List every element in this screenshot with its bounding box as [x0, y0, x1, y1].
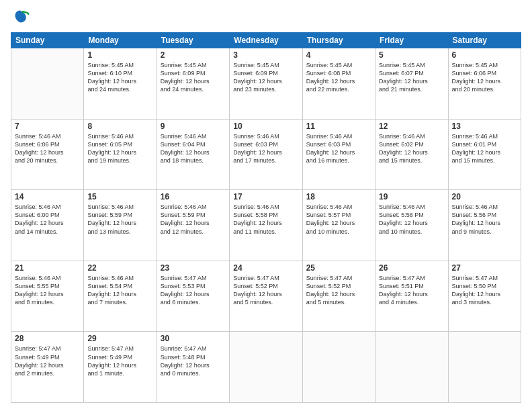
day-number: 2: [161, 50, 226, 60]
calendar-cell: 25Sunrise: 5:47 AM Sunset: 5:52 PM Dayli…: [302, 261, 375, 332]
cell-content: Sunrise: 5:45 AM Sunset: 6:07 PM Dayligh…: [379, 61, 444, 94]
day-number: 14: [15, 192, 80, 201]
calendar-header-monday: Monday: [84, 33, 157, 48]
calendar-cell: 10Sunrise: 5:46 AM Sunset: 6:03 PM Dayli…: [230, 119, 302, 190]
calendar-cell: 19Sunrise: 5:46 AM Sunset: 5:56 PM Dayli…: [375, 190, 448, 261]
calendar-week-2: 7Sunrise: 5:46 AM Sunset: 6:06 PM Daylig…: [11, 119, 521, 190]
calendar-header-sunday: Sunday: [11, 33, 84, 48]
day-number: 18: [306, 192, 371, 201]
calendar-cell: 9Sunrise: 5:46 AM Sunset: 6:04 PM Daylig…: [157, 119, 229, 190]
day-number: 23: [161, 263, 226, 273]
calendar-cell: [375, 332, 448, 403]
calendar-cell: 13Sunrise: 5:46 AM Sunset: 6:01 PM Dayli…: [448, 119, 521, 190]
cell-content: Sunrise: 5:47 AM Sunset: 5:49 PM Dayligh…: [87, 345, 152, 377]
day-number: 13: [452, 122, 517, 131]
cell-content: Sunrise: 5:47 AM Sunset: 5:48 PM Dayligh…: [161, 345, 226, 377]
day-number: 15: [87, 192, 152, 201]
day-number: 25: [306, 263, 371, 273]
day-number: 12: [379, 122, 444, 131]
page: SundayMondayTuesdayWednesdayThursdayFrid…: [0, 0, 532, 411]
calendar-cell: 15Sunrise: 5:46 AM Sunset: 5:59 PM Dayli…: [84, 190, 157, 261]
calendar-header-friday: Friday: [375, 33, 448, 48]
cell-content: Sunrise: 5:46 AM Sunset: 6:06 PM Dayligh…: [15, 132, 80, 165]
cell-content: Sunrise: 5:46 AM Sunset: 6:03 PM Dayligh…: [233, 132, 298, 165]
cell-content: Sunrise: 5:45 AM Sunset: 6:09 PM Dayligh…: [161, 61, 226, 94]
day-number: 16: [161, 192, 226, 201]
day-number: 21: [15, 263, 80, 273]
calendar-cell: [448, 332, 521, 403]
calendar-cell: 4Sunrise: 5:45 AM Sunset: 6:08 PM Daylig…: [302, 48, 375, 120]
cell-content: Sunrise: 5:46 AM Sunset: 5:57 PM Dayligh…: [306, 203, 371, 236]
cell-content: Sunrise: 5:46 AM Sunset: 5:56 PM Dayligh…: [452, 203, 517, 236]
calendar-cell: 16Sunrise: 5:46 AM Sunset: 5:59 PM Dayli…: [157, 190, 229, 261]
cell-content: Sunrise: 5:45 AM Sunset: 6:10 PM Dayligh…: [87, 61, 152, 94]
calendar-header-saturday: Saturday: [448, 33, 521, 48]
day-number: 3: [233, 50, 298, 60]
logo: [11, 8, 31, 27]
calendar-cell: 24Sunrise: 5:47 AM Sunset: 5:52 PM Dayli…: [230, 261, 302, 332]
calendar-header-tuesday: Tuesday: [157, 33, 229, 48]
calendar-cell: 14Sunrise: 5:46 AM Sunset: 6:00 PM Dayli…: [11, 190, 84, 261]
calendar-week-3: 14Sunrise: 5:46 AM Sunset: 6:00 PM Dayli…: [11, 190, 521, 261]
day-number: 29: [87, 334, 152, 343]
day-number: 22: [87, 263, 152, 273]
day-number: 19: [379, 192, 444, 201]
cell-content: Sunrise: 5:47 AM Sunset: 5:52 PM Dayligh…: [233, 274, 298, 307]
calendar-cell: 23Sunrise: 5:47 AM Sunset: 5:53 PM Dayli…: [157, 261, 229, 332]
day-number: 6: [452, 50, 517, 60]
cell-content: Sunrise: 5:46 AM Sunset: 5:58 PM Dayligh…: [233, 203, 298, 236]
calendar-cell: 22Sunrise: 5:46 AM Sunset: 5:54 PM Dayli…: [84, 261, 157, 332]
day-number: 11: [306, 122, 371, 131]
calendar-cell: 30Sunrise: 5:47 AM Sunset: 5:48 PM Dayli…: [157, 332, 229, 403]
day-number: 1: [87, 50, 152, 60]
calendar-header-row: SundayMondayTuesdayWednesdayThursdayFrid…: [11, 33, 521, 48]
cell-content: Sunrise: 5:46 AM Sunset: 6:02 PM Dayligh…: [379, 132, 444, 165]
cell-content: Sunrise: 5:46 AM Sunset: 5:54 PM Dayligh…: [87, 274, 152, 307]
cell-content: Sunrise: 5:46 AM Sunset: 5:55 PM Dayligh…: [15, 274, 80, 307]
day-number: 30: [161, 334, 226, 343]
day-number: 4: [306, 50, 371, 60]
calendar-cell: 8Sunrise: 5:46 AM Sunset: 6:05 PM Daylig…: [84, 119, 157, 190]
calendar-cell: 5Sunrise: 5:45 AM Sunset: 6:07 PM Daylig…: [375, 48, 448, 120]
cell-content: Sunrise: 5:46 AM Sunset: 5:56 PM Dayligh…: [379, 203, 444, 236]
cell-content: Sunrise: 5:46 AM Sunset: 5:59 PM Dayligh…: [87, 203, 152, 236]
calendar-week-1: 1Sunrise: 5:45 AM Sunset: 6:10 PM Daylig…: [11, 48, 521, 120]
calendar-cell: [11, 48, 84, 120]
day-number: 24: [233, 263, 298, 273]
day-number: 7: [15, 122, 80, 131]
calendar-cell: 18Sunrise: 5:46 AM Sunset: 5:57 PM Dayli…: [302, 190, 375, 261]
calendar-week-4: 21Sunrise: 5:46 AM Sunset: 5:55 PM Dayli…: [11, 261, 521, 332]
logo-icon: [11, 8, 30, 27]
day-number: 27: [452, 263, 517, 273]
calendar-cell: [230, 332, 302, 403]
header: [11, 8, 521, 27]
calendar-cell: 28Sunrise: 5:47 AM Sunset: 5:49 PM Dayli…: [11, 332, 84, 403]
cell-content: Sunrise: 5:46 AM Sunset: 6:00 PM Dayligh…: [15, 203, 80, 236]
calendar-header-thursday: Thursday: [302, 33, 375, 48]
cell-content: Sunrise: 5:46 AM Sunset: 6:04 PM Dayligh…: [161, 132, 226, 165]
cell-content: Sunrise: 5:47 AM Sunset: 5:53 PM Dayligh…: [161, 274, 226, 307]
calendar-cell: 11Sunrise: 5:46 AM Sunset: 6:03 PM Dayli…: [302, 119, 375, 190]
calendar-cell: 26Sunrise: 5:47 AM Sunset: 5:51 PM Dayli…: [375, 261, 448, 332]
calendar-cell: 3Sunrise: 5:45 AM Sunset: 6:09 PM Daylig…: [230, 48, 302, 120]
day-number: 5: [379, 50, 444, 60]
calendar-cell: [302, 332, 375, 403]
day-number: 9: [161, 122, 226, 131]
calendar-cell: 7Sunrise: 5:46 AM Sunset: 6:06 PM Daylig…: [11, 119, 84, 190]
cell-content: Sunrise: 5:47 AM Sunset: 5:52 PM Dayligh…: [306, 274, 371, 307]
calendar-cell: 12Sunrise: 5:46 AM Sunset: 6:02 PM Dayli…: [375, 119, 448, 190]
calendar-cell: 27Sunrise: 5:47 AM Sunset: 5:50 PM Dayli…: [448, 261, 521, 332]
day-number: 10: [233, 122, 298, 131]
day-number: 26: [379, 263, 444, 273]
cell-content: Sunrise: 5:47 AM Sunset: 5:51 PM Dayligh…: [379, 274, 444, 307]
calendar-table: SundayMondayTuesdayWednesdayThursdayFrid…: [11, 32, 521, 403]
cell-content: Sunrise: 5:47 AM Sunset: 5:49 PM Dayligh…: [15, 345, 80, 377]
day-number: 17: [233, 192, 298, 201]
calendar-header-wednesday: Wednesday: [230, 33, 302, 48]
calendar-cell: 21Sunrise: 5:46 AM Sunset: 5:55 PM Dayli…: [11, 261, 84, 332]
calendar-cell: 6Sunrise: 5:45 AM Sunset: 6:06 PM Daylig…: [448, 48, 521, 120]
cell-content: Sunrise: 5:45 AM Sunset: 6:09 PM Dayligh…: [233, 61, 298, 94]
calendar-cell: 17Sunrise: 5:46 AM Sunset: 5:58 PM Dayli…: [230, 190, 302, 261]
calendar-week-5: 28Sunrise: 5:47 AM Sunset: 5:49 PM Dayli…: [11, 332, 521, 403]
calendar-cell: 29Sunrise: 5:47 AM Sunset: 5:49 PM Dayli…: [84, 332, 157, 403]
